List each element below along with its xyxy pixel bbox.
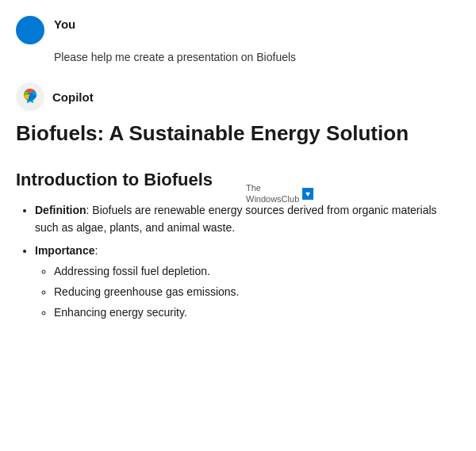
intro-bullet-list: Definition: Biofuels are renewable energ…	[16, 201, 460, 323]
watermark: The WindowsClub ♥	[246, 182, 313, 205]
copilot-content: Biofuels: A Sustainable Energy Solution …	[16, 120, 460, 322]
section-heading-intro: Introduction to Biofuels	[16, 170, 460, 190]
sub-bullet-fossil: Addressing fossil fuel depletion.	[54, 262, 460, 281]
user-section: You	[16, 13, 460, 44]
presentation-title: Biofuels: A Sustainable Energy Solution	[16, 120, 460, 147]
copilot-header: Copilot	[16, 82, 460, 111]
user-avatar	[16, 16, 44, 44]
bullet-importance-colon: :	[94, 244, 98, 257]
sub-bullet-greenhouse: Reducing greenhouse gas emissions.	[54, 283, 460, 302]
importance-sub-list: Addressing fossil fuel depletion. Reduci…	[35, 262, 460, 322]
copilot-section: Copilot Biofuels: A Sustainable Energy S…	[16, 82, 460, 322]
user-name: You	[54, 13, 75, 31]
bullet-importance: Importance: Addressing fossil fuel deple…	[35, 242, 460, 323]
user-message: Please help me create a presentation on …	[54, 51, 460, 63]
bullet-definition-text: : Biofuels are renewable energy sources …	[35, 204, 437, 234]
sub-bullet-energy: Enhancing energy security.	[54, 304, 460, 323]
watermark-line2: WindowsClub	[246, 193, 299, 204]
bullet-definition: Definition: Biofuels are renewable energ…	[35, 201, 460, 237]
bullet-importance-label: Importance	[35, 244, 94, 257]
copilot-icon	[16, 82, 44, 111]
bullet-definition-label: Definition	[35, 204, 86, 216]
copilot-name: Copilot	[52, 90, 94, 104]
watermark-line1: The	[246, 182, 299, 193]
watermark-box: ♥	[302, 188, 313, 200]
